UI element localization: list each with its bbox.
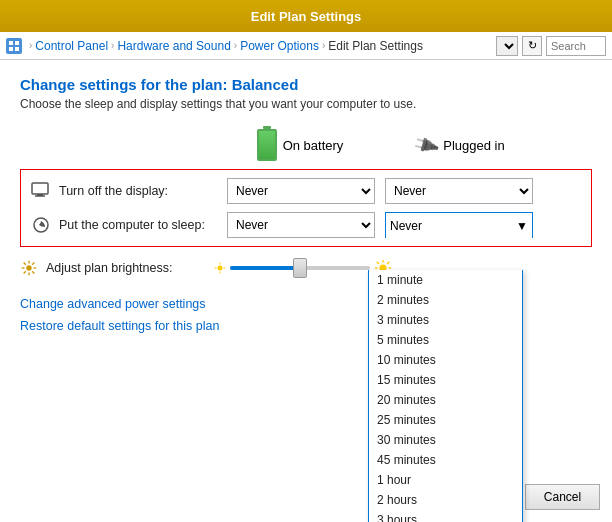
on-battery-label: On battery — [283, 138, 344, 153]
dropdown-item-2hr[interactable]: 2 hours — [369, 490, 522, 510]
dropdown-item-1min[interactable]: 1 minute — [369, 270, 522, 290]
svg-line-13 — [24, 263, 26, 265]
sleep-plugged-value: Never — [390, 219, 422, 233]
plan-subtitle: Choose the sleep and display settings th… — [20, 97, 592, 111]
sleep-battery-select[interactable]: Never 1 minute 2 minutes 5 minutes 10 mi… — [227, 212, 375, 238]
brightness-settings-icon — [20, 259, 38, 277]
dropdown-item-20min[interactable]: 20 minutes — [369, 390, 522, 410]
display-plugged-select[interactable]: Never 1 minute 2 minutes 5 minutes 10 mi… — [385, 178, 533, 204]
brightness-fill — [230, 266, 300, 270]
svg-line-14 — [32, 271, 34, 273]
svg-point-17 — [218, 266, 223, 271]
plugged-in-header: 🔌 Plugged in — [380, 134, 540, 156]
svg-rect-0 — [9, 41, 13, 45]
refresh-button[interactable]: ↻ — [522, 36, 542, 56]
breadcrumb-controls: ↻ — [496, 36, 606, 56]
brightness-thumb[interactable] — [293, 258, 307, 278]
plug-icon: 🔌 — [411, 130, 441, 160]
breadcrumb-control-panel[interactable]: Control Panel — [35, 39, 108, 53]
breadcrumb-arrow-2: › — [111, 40, 114, 51]
dropdown-item-5min[interactable]: 5 minutes — [369, 330, 522, 350]
dropdown-item-30min[interactable]: 30 minutes — [369, 430, 522, 450]
battery-icon — [257, 129, 277, 161]
sleep-label: Put the computer to sleep: — [59, 218, 227, 232]
sleep-plugged-select[interactable]: Never ▼ — [385, 212, 533, 238]
svg-line-15 — [32, 263, 34, 265]
breadcrumb-dropdown[interactable] — [496, 36, 518, 56]
breadcrumb-arrow-1: › — [29, 40, 32, 51]
column-headers: On battery 🔌 Plugged in — [20, 129, 592, 161]
settings-box: Turn off the display: Never 1 minute 2 m… — [20, 169, 592, 247]
breadcrumb-power-options[interactable]: Power Options — [240, 39, 319, 53]
brightness-min-icon — [214, 262, 226, 274]
dropdown-item-1hr[interactable]: 1 hour — [369, 470, 522, 490]
dropdown-item-3min[interactable]: 3 minutes — [369, 310, 522, 330]
dropdown-item-25min[interactable]: 25 minutes — [369, 410, 522, 430]
plan-title: Change settings for the plan: Balanced — [20, 76, 592, 93]
search-input[interactable] — [546, 36, 606, 56]
svg-line-16 — [24, 271, 26, 273]
breadcrumb-bar: › Control Panel › Hardware and Sound › P… — [0, 32, 612, 60]
monitor-icon — [31, 181, 51, 201]
dropdown-item-15min[interactable]: 15 minutes — [369, 370, 522, 390]
brightness-label: Adjust plan brightness: — [46, 261, 214, 275]
control-panel-icon — [6, 38, 22, 54]
display-battery-select[interactable]: Never 1 minute 2 minutes 5 minutes 10 mi… — [227, 178, 375, 204]
display-label: Turn off the display: — [59, 184, 227, 198]
breadcrumb-current: Edit Plan Settings — [328, 39, 423, 53]
svg-line-29 — [387, 262, 389, 264]
plugged-in-label: Plugged in — [443, 138, 504, 153]
svg-line-27 — [377, 262, 379, 264]
main-content: Change settings for the plan: Balanced C… — [0, 60, 612, 522]
breadcrumb-arrow-4: › — [322, 40, 325, 51]
sleep-plugged-arrow: ▼ — [516, 219, 528, 233]
dropdown-item-3hr[interactable]: 3 hours — [369, 510, 522, 522]
svg-rect-4 — [32, 183, 48, 194]
sleep-plugged-dropdown: 1 minute 2 minutes 3 minutes 5 minutes 1… — [368, 270, 523, 522]
svg-rect-3 — [15, 47, 19, 51]
breadcrumb-hardware-sound[interactable]: Hardware and Sound — [117, 39, 230, 53]
title-bar-label: Edit Plan Settings — [251, 9, 362, 24]
dropdown-item-45min[interactable]: 45 minutes — [369, 450, 522, 470]
dropdown-item-2min[interactable]: 2 minutes — [369, 290, 522, 310]
title-bar: Edit Plan Settings — [0, 0, 612, 32]
svg-rect-2 — [9, 47, 13, 51]
sleep-icon — [31, 215, 51, 235]
sleep-row: Put the computer to sleep: Never 1 minut… — [31, 212, 581, 238]
display-row: Turn off the display: Never 1 minute 2 m… — [31, 178, 581, 204]
on-battery-header: On battery — [220, 129, 380, 161]
brightness-slider[interactable] — [230, 266, 370, 270]
svg-point-8 — [26, 265, 31, 270]
svg-rect-1 — [15, 41, 19, 45]
breadcrumb-arrow-3: › — [234, 40, 237, 51]
cancel-button[interactable]: Cancel — [525, 484, 600, 510]
dropdown-item-10min[interactable]: 10 minutes — [369, 350, 522, 370]
